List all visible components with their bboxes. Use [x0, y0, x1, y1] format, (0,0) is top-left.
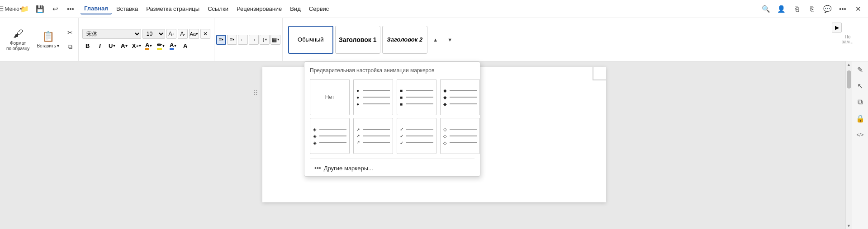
other-bullets-button[interactable]: ••• Другие маркеры... [308, 162, 476, 174]
sidebar-cursor-icon[interactable]: ↖ [854, 79, 867, 92]
menu-service[interactable]: Сервис [305, 4, 333, 14]
strikethrough-chevron-icon: ▾ [125, 43, 128, 48]
bullet-circle-marker-2: ● [356, 95, 361, 100]
clear-format-button[interactable]: ✕ [200, 29, 210, 39]
page-drag-handle[interactable]: ⠿ [253, 89, 259, 97]
sidebar-edit-icon[interactable]: ✎ [854, 63, 867, 76]
menu-button[interactable]: ☰ Меню ▾ [4, 3, 16, 15]
copy-button[interactable]: ⧉ [64, 41, 76, 53]
font-grow-button[interactable]: A+ [166, 29, 176, 39]
font-size-select[interactable]: 10 [142, 29, 165, 39]
bullet-square[interactable]: ■ ■ ■ [397, 79, 436, 115]
user-button[interactable]: 👤 [775, 3, 787, 15]
bullet-arrow[interactable]: ↗ ↗ ↗ [353, 118, 393, 154]
columns-button[interactable]: ▦ ▾ [270, 35, 280, 45]
paragraph-buttons: ≡ ▾ ≡ ▾ ← → ↕ ▾ ▦ ▾ [216, 20, 280, 59]
bullet-square-marker-1: ■ [400, 88, 404, 93]
export-button[interactable]: ⎘ [806, 3, 818, 15]
paste-button[interactable]: 📋 Вставить ▾ [34, 26, 62, 53]
font-controls: 宋体 10 A+ A- Aa▾ ✕ B I U ▾ A ▾ [81, 20, 212, 59]
bullet-rotated-diamond[interactable]: ◈ ◈ ◈ [310, 118, 350, 154]
save-button[interactable]: 💾 [33, 3, 46, 15]
scroll-up-arrow[interactable]: ▲ [846, 61, 852, 68]
close-button[interactable]: ✕ [852, 3, 864, 15]
sidebar-copy-icon[interactable]: ⧉ [854, 96, 867, 108]
text-color-button[interactable]: A ▾ [143, 41, 154, 51]
undo-button[interactable]: ↩ [49, 3, 62, 15]
bullet-square-marker-3: ■ [400, 102, 404, 107]
line-spacing-button[interactable]: ↕ ▾ [260, 35, 270, 45]
styles-scroll-down-button[interactable]: ▼ [444, 33, 456, 46]
bullet-circle[interactable]: ● ● ● [353, 79, 393, 115]
numbering-chevron-icon: ▾ [232, 37, 234, 42]
style-normal[interactable]: Обычный [288, 26, 333, 54]
change-case-button[interactable]: Aa▾ [189, 29, 199, 39]
bullet-check[interactable]: ✓ ✓ ✓ [397, 118, 436, 154]
bullet-bar-1 [363, 90, 390, 91]
indent-increase-button[interactable]: → [249, 35, 259, 45]
format-painter-button[interactable]: 🖌 Формат по образцу [4, 26, 32, 53]
style-heading1[interactable]: Заголовок 1 [335, 26, 380, 54]
menu-view[interactable]: Вид [286, 4, 304, 14]
bullet-arr-bar-1 [363, 129, 390, 130]
italic-button[interactable]: I [95, 41, 105, 51]
menu-review[interactable]: Рецензирование [233, 4, 285, 14]
bullet-outline-marker-3: ◇ [443, 140, 448, 145]
char-style-button[interactable]: A [180, 41, 191, 51]
underline-button[interactable]: U ▾ [107, 41, 118, 51]
bold-button[interactable]: B [82, 41, 93, 51]
more-options-button[interactable]: ••• [836, 3, 849, 15]
dropdown-divider [310, 159, 474, 159]
sidebar-code-icon[interactable]: </> [854, 128, 867, 141]
font-color-button[interactable]: A ▾ [168, 41, 179, 51]
indent-decrease-button[interactable]: ← [238, 35, 248, 45]
menu-layout[interactable]: Разметка страницы [142, 4, 203, 14]
menu-insert[interactable]: Вставка [113, 4, 142, 14]
open-file-button[interactable]: 📁 [18, 3, 31, 15]
menu-home[interactable]: Главная [81, 3, 112, 14]
share-button[interactable]: ⎗ [790, 3, 803, 15]
highlight-button[interactable]: ✏ ▾ [156, 41, 166, 51]
bullet-chk-bar-2 [406, 136, 433, 136]
bullet-outline-diamond[interactable]: ◇ ◇ ◇ [440, 118, 480, 154]
scroll-thumb[interactable] [847, 70, 851, 89]
bullet-diam-bar-2 [450, 97, 477, 98]
cut-button[interactable]: ✂ [64, 26, 76, 39]
style-heading2[interactable]: Заголовок 2 [382, 26, 427, 54]
menu-references[interactable]: Ссылки [204, 4, 232, 14]
strikethrough-button[interactable]: A ▾ [119, 41, 130, 51]
clipboard-buttons: 🖌 Формат по образцу 📋 Вставить ▾ ✂ ⧉ [4, 20, 76, 59]
ribbon-expand-button[interactable]: ▶ [832, 23, 842, 33]
font-shrink-button[interactable]: A- [178, 29, 188, 39]
vertical-scrollbar[interactable]: ▲ ▼ [845, 61, 852, 229]
more-button[interactable]: ••• [64, 3, 77, 15]
bullet-none[interactable]: Нет [310, 79, 350, 115]
bullets-button[interactable]: ≡ ▾ [216, 35, 226, 45]
title-bar: ☰ Меню ▾ 📁 💾 ↩ ••• Главная Вставка Разме… [0, 0, 868, 18]
numbering-icon: ≡ [229, 37, 232, 43]
bullet-sq-line-2: ■ [400, 95, 433, 100]
numbering-button[interactable]: ≡ ▾ [227, 35, 237, 45]
search-button[interactable]: 🔍 [759, 3, 772, 15]
bullet-diamond[interactable]: ◆ ◆ ◆ [440, 79, 480, 115]
superscript-chevron-icon: ▾ [139, 43, 141, 48]
paragraph-group-label [216, 59, 280, 61]
right-ribbon: ▶ Позам... [830, 18, 866, 61]
sidebar-lock-icon[interactable]: 🔒 [854, 112, 867, 125]
font-family-select[interactable]: 宋体 [82, 29, 141, 39]
bullet-diam-bar-3 [450, 103, 477, 104]
bullet-diam-line-3: ◆ [443, 102, 477, 107]
bullet-diam-line-1: ◆ [443, 88, 477, 93]
styles-scroll-up-button[interactable]: ▲ [429, 33, 442, 46]
bullet-out-bar-2 [450, 136, 477, 136]
bullet-check-marker-2: ✓ [400, 134, 404, 139]
paste-chevron-icon: ▾ [57, 43, 59, 49]
bullet-out-bar-3 [450, 142, 477, 143]
superscript-button[interactable]: X2 ▾ [131, 41, 142, 51]
bullet-diamond-preview: ◆ ◆ ◆ [441, 85, 479, 109]
comment-button[interactable]: 💬 [821, 3, 834, 15]
other-bullets-label: Другие маркеры... [324, 165, 373, 172]
scroll-down-arrow[interactable]: ▼ [846, 223, 852, 229]
bullet-bar-3 [363, 103, 390, 104]
paragraph-group: ≡ ▾ ≡ ▾ ← → ↕ ▾ ▦ ▾ [214, 18, 283, 61]
